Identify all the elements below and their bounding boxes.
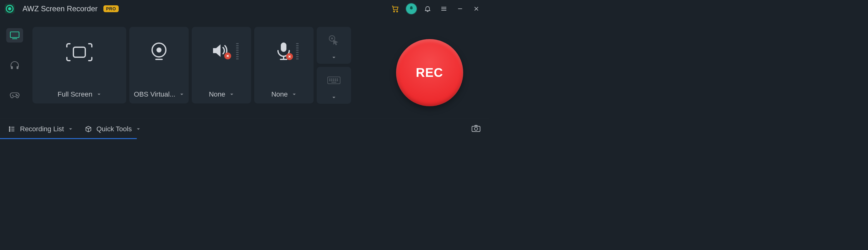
cursor-dropdown[interactable] <box>332 54 336 61</box>
speaker-dropdown[interactable]: None <box>192 85 251 103</box>
chevron-down-icon <box>229 92 234 97</box>
rec-wrap: REC <box>389 27 470 119</box>
sidetab-game[interactable] <box>6 88 23 102</box>
svg-point-32 <box>331 37 333 39</box>
avatar <box>406 3 417 14</box>
region-select-icon <box>65 41 93 63</box>
menu-button[interactable] <box>436 1 452 17</box>
svg-point-4 <box>397 11 398 12</box>
close-icon <box>473 5 480 12</box>
record-button[interactable]: REC <box>396 39 463 106</box>
tile-keyboard[interactable] <box>317 67 351 104</box>
keyboard-icon <box>327 75 341 85</box>
svg-point-39 <box>330 80 331 81</box>
cube-icon <box>85 125 92 133</box>
vu-meter <box>236 43 239 59</box>
svg-point-34 <box>330 79 331 80</box>
sidetabs <box>6 27 23 119</box>
svg-point-23 <box>156 48 161 53</box>
screenshot-button[interactable] <box>471 124 481 134</box>
svg-point-52 <box>474 127 477 130</box>
svg-rect-26 <box>281 42 286 52</box>
quick-tools-label: Quick Tools <box>96 125 132 133</box>
sidetab-screen[interactable] <box>6 28 23 42</box>
svg-point-43 <box>337 80 338 81</box>
webcam-label: OBS Virtual... <box>134 90 176 98</box>
recording-list-button[interactable]: Recording List <box>8 125 73 133</box>
svg-point-35 <box>331 79 332 80</box>
tile-webcam[interactable]: OBS Virtual... <box>129 27 189 103</box>
speaker-label: None <box>209 90 225 98</box>
svg-point-6 <box>412 7 412 8</box>
titlebar: AWZ Screen Recorder PRO <box>0 0 489 18</box>
hamburger-icon <box>440 5 447 12</box>
svg-point-2 <box>8 7 11 10</box>
app-window: AWZ Screen Recorder PRO <box>0 0 489 139</box>
vu-meter <box>296 43 299 59</box>
monitor-icon <box>10 31 20 40</box>
svg-rect-13 <box>10 32 19 37</box>
account-button[interactable] <box>403 1 420 17</box>
svg-point-38 <box>337 79 338 80</box>
region-label: Full Screen <box>58 90 92 98</box>
muted-badge <box>286 53 293 60</box>
mic-label: None <box>272 90 288 98</box>
svg-rect-16 <box>17 66 19 69</box>
cursor-click-icon <box>328 34 340 46</box>
sidetab-audio[interactable] <box>6 58 23 72</box>
app-title: AWZ Screen Recorder <box>23 4 98 13</box>
svg-point-3 <box>394 11 395 12</box>
close-button[interactable] <box>468 1 485 17</box>
minimize-icon <box>457 5 464 12</box>
camera-icon <box>471 124 481 132</box>
minimize-button[interactable] <box>452 1 468 17</box>
app-logo <box>4 3 15 14</box>
quick-tools-button[interactable]: Quick Tools <box>85 125 141 133</box>
cart-icon <box>391 5 399 13</box>
keyboard-dropdown[interactable] <box>332 94 336 101</box>
svg-point-49 <box>9 130 10 131</box>
bottombar: Recording List Quick Tools <box>0 119 489 139</box>
svg-rect-15 <box>11 66 13 69</box>
svg-point-20 <box>17 95 18 96</box>
bell-icon <box>424 5 431 12</box>
region-dropdown[interactable]: Full Screen <box>32 85 126 103</box>
chevron-down-icon <box>68 127 73 131</box>
chevron-down-icon <box>136 127 141 131</box>
chevron-down-icon <box>292 92 297 97</box>
notifications-button[interactable] <box>420 1 436 17</box>
mic-dropdown[interactable]: None <box>254 85 314 103</box>
svg-rect-21 <box>73 47 85 57</box>
tile-cursor[interactable] <box>317 27 351 64</box>
recording-list-label: Recording List <box>20 125 64 133</box>
chevron-down-icon <box>180 92 184 97</box>
chevron-down-icon <box>97 92 101 97</box>
record-label: REC <box>416 66 443 80</box>
svg-point-36 <box>333 79 334 80</box>
tile-speaker[interactable]: None <box>192 27 251 103</box>
webcam-dropdown[interactable]: OBS Virtual... <box>129 85 189 103</box>
list-icon <box>8 125 16 133</box>
pro-badge: PRO <box>103 5 119 12</box>
svg-point-40 <box>331 80 332 81</box>
svg-point-5 <box>410 7 411 8</box>
svg-point-19 <box>16 94 17 95</box>
headphones-icon <box>10 61 20 70</box>
chevron-down-icon <box>332 55 336 60</box>
tile-region[interactable]: Full Screen <box>32 27 126 103</box>
muted-badge <box>224 53 231 59</box>
svg-point-47 <box>9 128 10 129</box>
small-tile-column <box>317 27 351 119</box>
cart-button[interactable] <box>387 1 403 17</box>
svg-point-42 <box>335 80 336 81</box>
main-area: Full Screen OBS Virtual... <box>0 18 489 119</box>
svg-point-41 <box>333 80 334 81</box>
svg-point-37 <box>335 79 336 80</box>
svg-point-45 <box>9 127 10 127</box>
tiles-row: Full Screen OBS Virtual... <box>32 27 379 119</box>
webcam-icon <box>149 41 169 63</box>
tile-mic[interactable]: None <box>254 27 314 103</box>
gamepad-icon <box>9 91 20 99</box>
chevron-down-icon <box>332 95 336 100</box>
progress-indicator <box>0 138 137 139</box>
